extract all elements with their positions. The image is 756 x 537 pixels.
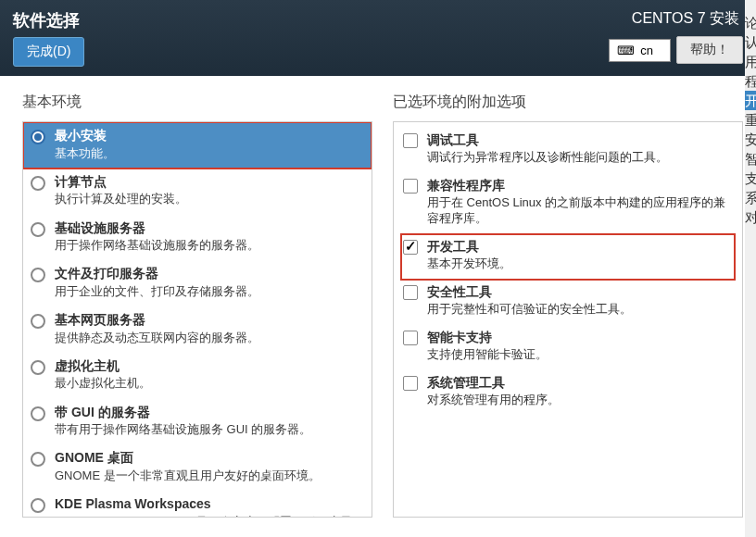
checkbox-icon xyxy=(403,331,418,345)
page-title: 软件选择 xyxy=(13,9,80,31)
env-option-name: 基本网页服务器 xyxy=(55,312,259,329)
addon-option[interactable]: 安全性工具用于完整性和可信验证的安全性工具。 xyxy=(401,280,735,325)
addon-option-desc: 用于完整性和可信验证的安全性工具。 xyxy=(427,302,632,318)
addon-option[interactable]: 调试工具调试行为异常程序以及诊断性能问题的工具。 xyxy=(401,128,735,173)
env-option-name: 带 GUI 的服务器 xyxy=(55,405,311,421)
checkbox-icon xyxy=(403,240,418,255)
env-option[interactable]: 基本网页服务器提供静态及动态互联网内容的服务器。 xyxy=(23,306,372,353)
env-option-name: GNOME 桌面 xyxy=(55,450,321,467)
radio-icon xyxy=(31,498,45,513)
env-option-name: 最小安装 xyxy=(55,128,115,144)
radio-icon xyxy=(31,176,45,191)
base-env-list: 最小安装基本功能。计算节点执行计算及处理的安装。基础设施服务器用于操作网络基础设… xyxy=(22,121,372,518)
addon-option-desc: 用于在 CentOS Linux 的之前版本中构建的应用程序的兼容程序库。 xyxy=(427,195,733,227)
keyboard-layout: cn xyxy=(640,44,653,57)
env-option-name: 基础设施服务器 xyxy=(55,220,259,237)
base-env-title: 基本环境 xyxy=(22,93,372,112)
install-title: CENTOS 7 安装 xyxy=(632,9,739,29)
keyboard-icon: ⌨ xyxy=(617,44,635,57)
env-option-name: 虚拟化主机 xyxy=(55,358,151,375)
checkbox-icon xyxy=(403,376,418,391)
env-option[interactable]: 计算节点执行计算及处理的安装。 xyxy=(23,169,372,215)
radio-icon xyxy=(31,222,45,237)
env-option-desc: 带有用于操作网络基础设施服务 GUI 的服务器。 xyxy=(55,422,311,437)
radio-icon xyxy=(31,268,45,282)
env-option[interactable]: KDE Plasma WorkspacesKDE Plasma Workspac… xyxy=(23,491,372,518)
addon-option-desc: 对系统管理有用的程序。 xyxy=(427,393,560,408)
addon-option-desc: 基本开发环境。 xyxy=(427,256,511,272)
addon-option-name: 调试工具 xyxy=(427,131,668,148)
addon-option[interactable]: 兼容性程序库用于在 CentOS Linux 的之前版本中构建的应用程序的兼容程… xyxy=(401,173,735,234)
radio-icon xyxy=(31,406,45,421)
env-option-desc: GNOME 是一个非常直观且用户友好的桌面环境。 xyxy=(55,468,321,483)
radio-icon xyxy=(31,452,45,467)
checkbox-icon xyxy=(403,285,418,300)
addon-option-name: 安全性工具 xyxy=(427,283,632,300)
addon-option-name: 智能卡支持 xyxy=(427,329,548,345)
addon-option[interactable]: 开发工具基本开发环境。 xyxy=(401,234,735,280)
env-option-desc: 用于企业的文件、打印及存储服务器。 xyxy=(55,284,259,299)
header: 软件选择 完成(D) CENTOS 7 安装 ⌨ cn 帮助！ xyxy=(0,0,756,76)
addon-list: 调试工具调试行为异常程序以及诊断性能问题的工具。兼容性程序库用于在 CentOS… xyxy=(393,121,743,518)
env-option-name: KDE Plasma Workspaces xyxy=(55,496,364,513)
addon-option-desc: 支持使用智能卡验证。 xyxy=(427,347,548,363)
env-option[interactable]: 文件及打印服务器用于企业的文件、打印及存储服务器。 xyxy=(23,260,372,306)
env-option[interactable]: 基础设施服务器用于操作网络基础设施服务的服务器。 xyxy=(23,215,372,261)
addon-title: 已选环境的附加选项 xyxy=(393,93,743,112)
keyboard-indicator[interactable]: ⌨ cn xyxy=(609,39,671,62)
checkbox-icon xyxy=(403,133,418,148)
env-option[interactable]: GNOME 桌面GNOME 是一个非常直观且用户友好的桌面环境。 xyxy=(23,444,372,491)
env-option-desc: 执行计算及处理的安装。 xyxy=(55,192,187,206)
env-option-desc: 基本功能。 xyxy=(55,146,115,161)
env-option-name: 计算节点 xyxy=(55,174,187,191)
env-option-name: 文件及打印服务器 xyxy=(55,266,259,282)
radio-icon xyxy=(31,314,45,329)
env-option-desc: KDE Plasma Workspaces 是一个高度可配置图形用户界面，其中包… xyxy=(55,515,364,518)
addon-option[interactable]: 智能卡支持支持使用智能卡验证。 xyxy=(401,325,735,370)
env-option-desc: 用于操作网络基础设施服务的服务器。 xyxy=(55,238,259,253)
help-button[interactable]: 帮助！ xyxy=(676,36,743,64)
checkbox-icon xyxy=(403,179,418,194)
env-option[interactable]: 最小安装基本功能。 xyxy=(23,122,372,169)
env-option-desc: 提供静态及动态互联网内容的服务器。 xyxy=(55,331,259,345)
env-option[interactable]: 虚拟化主机最小虚拟化主机。 xyxy=(23,353,372,399)
addon-option-name: 兼容性程序库 xyxy=(427,177,733,194)
done-button[interactable]: 完成(D) xyxy=(13,37,84,67)
addon-option-desc: 调试行为异常程序以及诊断性能问题的工具。 xyxy=(427,150,668,166)
env-option[interactable]: 带 GUI 的服务器带有用于操作网络基础设施服务 GUI 的服务器。 xyxy=(23,399,372,445)
addon-option[interactable]: 系统管理工具对系统管理有用的程序。 xyxy=(401,370,735,416)
env-option-desc: 最小虚拟化主机。 xyxy=(55,376,151,391)
radio-icon xyxy=(31,360,45,375)
addon-option-name: 系统管理工具 xyxy=(427,374,560,391)
radio-icon xyxy=(31,130,45,144)
addon-option-name: 开发工具 xyxy=(427,238,511,255)
background-occluded-text: 论认用程开重安智支系对 xyxy=(745,0,756,537)
